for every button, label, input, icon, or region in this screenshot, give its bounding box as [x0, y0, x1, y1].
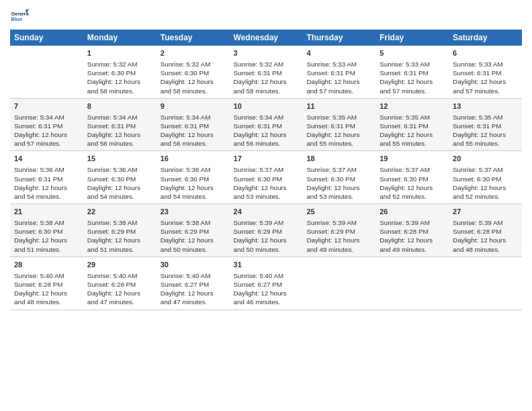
- cell-2-2: 16Sunrise: 5:36 AMSunset: 6:30 PMDayligh…: [157, 151, 230, 204]
- cell-1-1: 8Sunrise: 5:34 AMSunset: 6:31 PMDaylight…: [83, 98, 157, 151]
- day-number: 13: [453, 101, 518, 111]
- cell-1-2: 9Sunrise: 5:34 AMSunset: 6:31 PMDaylight…: [157, 98, 230, 151]
- day-number: 18: [306, 154, 371, 164]
- day-number: 25: [306, 207, 371, 217]
- cell-0-4: 4Sunrise: 5:33 AMSunset: 6:31 PMDaylight…: [302, 46, 375, 98]
- day-number: 31: [234, 260, 299, 270]
- day-number: 2: [161, 48, 226, 58]
- cell-3-1: 22Sunrise: 5:38 AMSunset: 6:29 PMDayligh…: [83, 204, 157, 257]
- cell-2-1: 15Sunrise: 5:36 AMSunset: 6:30 PMDayligh…: [83, 151, 157, 204]
- cell-3-2: 23Sunrise: 5:38 AMSunset: 6:29 PMDayligh…: [157, 204, 230, 257]
- week-row-1: 7Sunrise: 5:34 AMSunset: 6:31 PMDaylight…: [10, 98, 522, 151]
- calendar-body: 1Sunrise: 5:32 AMSunset: 6:30 PMDaylight…: [10, 46, 522, 310]
- day-number: 3: [234, 48, 299, 58]
- cell-info: Sunrise: 5:39 AMSunset: 6:28 PMDaylight:…: [453, 218, 518, 254]
- cell-3-0: 21Sunrise: 5:38 AMSunset: 6:30 PMDayligh…: [10, 204, 83, 257]
- cell-4-0: 28Sunrise: 5:40 AMSunset: 6:28 PMDayligh…: [10, 257, 83, 310]
- day-number: 9: [161, 101, 226, 111]
- logo-icon: General Blue: [10, 7, 29, 26]
- cell-info: Sunrise: 5:37 AMSunset: 6:30 PMDaylight:…: [453, 165, 518, 201]
- cell-2-4: 18Sunrise: 5:37 AMSunset: 6:30 PMDayligh…: [302, 151, 375, 204]
- cell-info: Sunrise: 5:36 AMSunset: 6:30 PMDaylight:…: [87, 165, 152, 201]
- day-number: 10: [234, 101, 299, 111]
- cell-info: Sunrise: 5:32 AMSunset: 6:30 PMDaylight:…: [161, 60, 226, 95]
- svg-text:Blue: Blue: [11, 16, 22, 22]
- day-number: 6: [453, 48, 518, 58]
- cell-info: Sunrise: 5:40 AMSunset: 6:27 PMDaylight:…: [234, 271, 299, 307]
- cell-0-1: 1Sunrise: 5:32 AMSunset: 6:30 PMDaylight…: [83, 46, 157, 98]
- cell-info: Sunrise: 5:40 AMSunset: 6:27 PMDaylight:…: [161, 271, 226, 307]
- cell-2-0: 14Sunrise: 5:36 AMSunset: 6:31 PMDayligh…: [10, 151, 83, 204]
- col-wednesday: Wednesday: [230, 30, 303, 46]
- cell-info: Sunrise: 5:35 AMSunset: 6:31 PMDaylight:…: [453, 113, 518, 148]
- day-number: 15: [87, 154, 152, 164]
- cell-0-5: 5Sunrise: 5:33 AMSunset: 6:31 PMDaylight…: [375, 46, 449, 98]
- cell-2-5: 19Sunrise: 5:37 AMSunset: 6:30 PMDayligh…: [375, 151, 449, 204]
- cell-info: Sunrise: 5:38 AMSunset: 6:30 PMDaylight:…: [14, 218, 79, 254]
- cell-info: Sunrise: 5:37 AMSunset: 6:30 PMDaylight:…: [306, 165, 371, 201]
- day-number: 27: [453, 207, 518, 217]
- cell-4-5: [375, 257, 449, 310]
- cell-info: Sunrise: 5:40 AMSunset: 6:28 PMDaylight:…: [14, 271, 79, 307]
- cell-info: Sunrise: 5:34 AMSunset: 6:31 PMDaylight:…: [234, 113, 299, 148]
- day-number: 29: [87, 260, 152, 270]
- logo: General Blue: [10, 7, 32, 26]
- cell-info: Sunrise: 5:39 AMSunset: 6:28 PMDaylight:…: [380, 218, 445, 254]
- header: General Blue: [10, 7, 522, 26]
- cell-0-0: [10, 46, 83, 98]
- cell-info: Sunrise: 5:34 AMSunset: 6:31 PMDaylight:…: [87, 113, 152, 148]
- cell-0-6: 6Sunrise: 5:33 AMSunset: 6:31 PMDaylight…: [449, 46, 522, 98]
- cell-3-4: 25Sunrise: 5:39 AMSunset: 6:29 PMDayligh…: [302, 204, 375, 257]
- col-tuesday: Tuesday: [157, 30, 230, 46]
- day-number: 7: [14, 101, 79, 111]
- col-thursday: Thursday: [302, 30, 375, 46]
- day-number: 11: [306, 101, 371, 111]
- cell-info: Sunrise: 5:36 AMSunset: 6:30 PMDaylight:…: [161, 165, 226, 201]
- cell-info: Sunrise: 5:38 AMSunset: 6:29 PMDaylight:…: [87, 218, 152, 254]
- cell-info: Sunrise: 5:37 AMSunset: 6:30 PMDaylight:…: [234, 165, 299, 201]
- cell-2-3: 17Sunrise: 5:37 AMSunset: 6:30 PMDayligh…: [230, 151, 303, 204]
- calendar-table: Sunday Monday Tuesday Wednesday Thursday…: [10, 30, 522, 310]
- cell-4-2: 30Sunrise: 5:40 AMSunset: 6:27 PMDayligh…: [157, 257, 230, 310]
- week-row-0: 1Sunrise: 5:32 AMSunset: 6:30 PMDaylight…: [10, 46, 522, 98]
- day-number: 26: [380, 207, 445, 217]
- day-number: 5: [380, 48, 445, 58]
- col-sunday: Sunday: [10, 30, 83, 46]
- col-monday: Monday: [83, 30, 157, 46]
- cell-4-1: 29Sunrise: 5:40 AMSunset: 6:28 PMDayligh…: [83, 257, 157, 310]
- cell-info: Sunrise: 5:32 AMSunset: 6:30 PMDaylight:…: [87, 60, 152, 95]
- day-number: 23: [161, 207, 226, 217]
- week-row-4: 28Sunrise: 5:40 AMSunset: 6:28 PMDayligh…: [10, 257, 522, 310]
- cell-info: Sunrise: 5:34 AMSunset: 6:31 PMDaylight:…: [161, 113, 226, 148]
- cell-info: Sunrise: 5:33 AMSunset: 6:31 PMDaylight:…: [453, 60, 518, 95]
- cell-info: Sunrise: 5:34 AMSunset: 6:31 PMDaylight:…: [14, 113, 79, 148]
- day-number: 8: [87, 101, 152, 111]
- cell-1-5: 12Sunrise: 5:35 AMSunset: 6:31 PMDayligh…: [375, 98, 449, 151]
- cell-2-6: 20Sunrise: 5:37 AMSunset: 6:30 PMDayligh…: [449, 151, 522, 204]
- day-number: 1: [87, 48, 152, 58]
- day-number: 16: [161, 154, 226, 164]
- header-row: Sunday Monday Tuesday Wednesday Thursday…: [10, 30, 522, 46]
- day-number: 20: [453, 154, 518, 164]
- cell-info: Sunrise: 5:39 AMSunset: 6:29 PMDaylight:…: [306, 218, 371, 254]
- cell-info: Sunrise: 5:35 AMSunset: 6:31 PMDaylight:…: [306, 113, 371, 148]
- week-row-2: 14Sunrise: 5:36 AMSunset: 6:31 PMDayligh…: [10, 151, 522, 204]
- cell-3-6: 27Sunrise: 5:39 AMSunset: 6:28 PMDayligh…: [449, 204, 522, 257]
- cell-info: Sunrise: 5:32 AMSunset: 6:31 PMDaylight:…: [234, 60, 299, 95]
- cell-info: Sunrise: 5:36 AMSunset: 6:31 PMDaylight:…: [14, 165, 79, 201]
- day-number: 30: [161, 260, 226, 270]
- cell-3-5: 26Sunrise: 5:39 AMSunset: 6:28 PMDayligh…: [375, 204, 449, 257]
- cell-1-0: 7Sunrise: 5:34 AMSunset: 6:31 PMDaylight…: [10, 98, 83, 151]
- cell-4-6: [449, 257, 522, 310]
- day-number: 28: [14, 260, 79, 270]
- day-number: 19: [380, 154, 445, 164]
- week-row-3: 21Sunrise: 5:38 AMSunset: 6:30 PMDayligh…: [10, 204, 522, 257]
- day-number: 12: [380, 101, 445, 111]
- cell-info: Sunrise: 5:40 AMSunset: 6:28 PMDaylight:…: [87, 271, 152, 307]
- day-number: 22: [87, 207, 152, 217]
- day-number: 21: [14, 207, 79, 217]
- cell-info: Sunrise: 5:35 AMSunset: 6:31 PMDaylight:…: [380, 113, 445, 148]
- cell-1-4: 11Sunrise: 5:35 AMSunset: 6:31 PMDayligh…: [302, 98, 375, 151]
- cell-4-4: [302, 257, 375, 310]
- cell-3-3: 24Sunrise: 5:39 AMSunset: 6:29 PMDayligh…: [230, 204, 303, 257]
